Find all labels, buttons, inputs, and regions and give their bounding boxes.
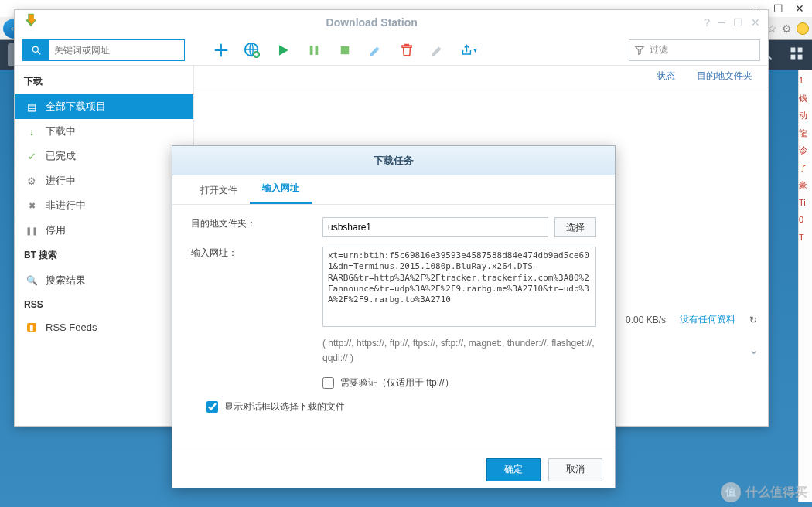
maximize-button[interactable]: ☐ <box>767 1 789 16</box>
show-dialog-label: 显示对话框以选择下载的文件 <box>224 400 345 413</box>
edit-button[interactable] <box>367 42 384 59</box>
search-input[interactable] <box>49 45 184 56</box>
dialog-tabs: 打开文件 输入网址 <box>172 175 615 205</box>
page-icon: ▤ <box>26 101 38 113</box>
auth-checkbox[interactable] <box>322 377 334 389</box>
column-headers: 状态 目的地文件夹 <box>194 66 768 87</box>
auth-label: 需要验证（仅适用于 ftp://） <box>340 376 454 390</box>
share-button[interactable]: ▾ <box>460 42 477 59</box>
sidebar-item-all[interactable]: ▤全部下载项目 <box>15 94 193 119</box>
search-icon <box>26 275 38 286</box>
sidebar: 下载 ▤全部下载项目 下载中 已完成 进行中 非进行中 停用 BT 搜索 搜索结… <box>15 66 194 426</box>
status-empty: 没有任何资料 <box>680 313 735 326</box>
sidebar-item-active[interactable]: 进行中 <box>15 168 193 193</box>
search-box[interactable] <box>22 39 185 61</box>
col-status[interactable]: 状态 <box>657 70 675 83</box>
watermark-icon: 值 <box>721 482 741 502</box>
tab-open-file[interactable]: 打开文件 <box>188 177 250 204</box>
side-text-strip: 1钱动龍诊了豪Ti0T <box>798 70 812 502</box>
svg-rect-12 <box>316 46 319 55</box>
svg-rect-5 <box>791 54 796 59</box>
sidebar-item-search-results[interactable]: 搜索结果 <box>15 268 193 293</box>
download-task-dialog: 下载任务 打开文件 输入网址 目的地文件夹： 选择 输入网址： xt=urn:b… <box>172 145 616 488</box>
status-bar: 0.00 KB/s 没有任何资料 ↻ <box>626 313 757 326</box>
svg-point-7 <box>32 46 38 52</box>
feedback-icon[interactable] <box>797 22 809 35</box>
cancel-button[interactable]: 取消 <box>548 458 602 481</box>
toolbar: ▾ 过滤 <box>15 35 768 66</box>
widgets-icon[interactable] <box>789 46 804 65</box>
svg-rect-11 <box>310 46 313 55</box>
sidebar-item-downloading[interactable]: 下载中 <box>15 119 193 144</box>
add-button[interactable] <box>213 42 230 59</box>
gear-cross-icon <box>26 201 38 211</box>
url-textarea[interactable]: xt=urn:btih:f5c69816e39593e4587588d84e47… <box>322 247 596 327</box>
stop-button[interactable] <box>336 42 353 59</box>
dialog-title: 下载任务 <box>172 146 615 175</box>
gear-icon <box>26 175 38 187</box>
rss-icon <box>26 323 38 332</box>
url-hint: ( http://, https://, ftp://, ftps://, sf… <box>322 336 596 366</box>
show-dialog-checkbox[interactable] <box>206 401 218 413</box>
watermark: 值 什么值得买 <box>721 482 807 502</box>
tools-icon[interactable]: ⚙ <box>782 22 792 35</box>
window-close-button[interactable]: ✕ <box>751 16 760 29</box>
window-maximize-button[interactable]: ☐ <box>733 16 743 29</box>
pause-icon <box>26 226 38 235</box>
window-title: Download Station <box>39 16 704 29</box>
clear-button[interactable] <box>429 42 446 59</box>
select-folder-button[interactable]: 选择 <box>554 217 596 237</box>
dest-folder-label: 目的地文件夹： <box>191 217 322 237</box>
search-icon <box>23 40 49 60</box>
url-label: 输入网址： <box>191 247 322 327</box>
pause-button[interactable] <box>305 42 322 59</box>
dest-folder-input[interactable] <box>322 217 548 237</box>
sidebar-download-header: 下载 <box>15 69 193 94</box>
start-button[interactable] <box>275 42 292 59</box>
window-titlebar: Download Station ? ─ ☐ ✕ <box>15 10 768 35</box>
svg-rect-4 <box>798 47 803 52</box>
sidebar-item-inactive[interactable]: 非进行中 <box>15 193 193 218</box>
status-speed: 0.00 KB/s <box>626 315 666 325</box>
app-logo-icon <box>22 12 39 32</box>
sidebar-item-completed[interactable]: 已完成 <box>15 144 193 168</box>
sidebar-bt-header: BT 搜索 <box>15 243 193 268</box>
refresh-icon[interactable]: ↻ <box>749 315 757 325</box>
window-minimize-button[interactable]: ─ <box>718 16 725 29</box>
add-url-button[interactable] <box>244 42 261 59</box>
svg-rect-13 <box>341 46 350 54</box>
funnel-icon <box>634 45 645 56</box>
help-button[interactable]: ? <box>704 16 710 29</box>
auth-checkbox-row[interactable]: 需要验证（仅适用于 ftp://） <box>322 376 596 390</box>
svg-line-8 <box>38 51 41 54</box>
filter-box[interactable]: 过滤 <box>629 39 760 61</box>
sidebar-rss-header: RSS <box>15 293 193 316</box>
chevron-down-icon[interactable]: ⌄ <box>749 342 759 357</box>
svg-rect-3 <box>791 47 796 52</box>
ok-button[interactable]: 确定 <box>486 458 541 481</box>
svg-rect-6 <box>798 54 803 59</box>
sidebar-item-rss[interactable]: RSS Feeds <box>15 316 193 339</box>
download-icon <box>26 126 38 138</box>
check-icon <box>26 151 38 162</box>
tab-enter-url[interactable]: 输入网址 <box>250 175 312 204</box>
delete-button[interactable] <box>398 42 415 59</box>
col-dest[interactable]: 目的地文件夹 <box>697 70 752 83</box>
close-button[interactable]: ✕ <box>789 1 810 16</box>
sidebar-item-stopped[interactable]: 停用 <box>15 218 193 243</box>
